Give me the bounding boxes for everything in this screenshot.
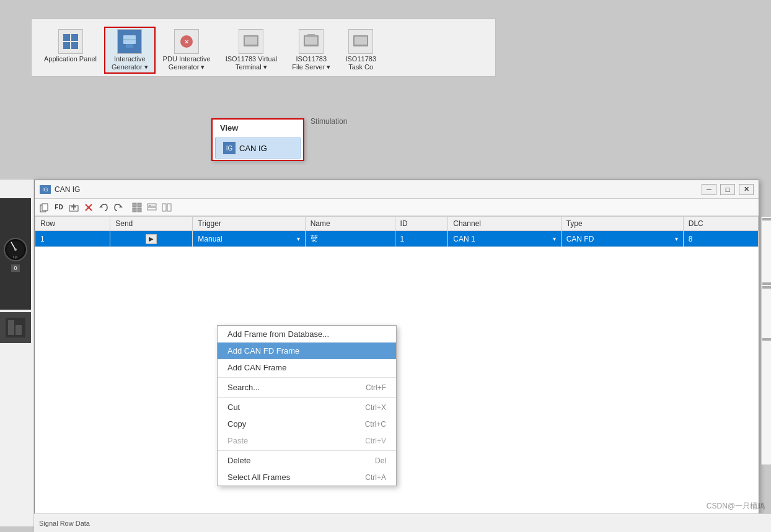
ig-dropdown-header: View: [213, 120, 303, 136]
ribbon-btn-app-panel[interactable]: Application Panel: [37, 27, 104, 66]
bottom-tabs: Signal Row Data: [34, 513, 771, 532]
stimulation-label: Stimulation: [311, 117, 347, 126]
context-menu: Add Frame from Database... Add CAN FD Fr…: [217, 325, 397, 486]
watermark: CSDN@一只桶鸡: [707, 501, 765, 512]
svg-text:r.p.: r.p.: [13, 255, 19, 259]
svg-marker-24: [119, 206, 123, 207]
cell-trigger[interactable]: Manual ▾: [193, 231, 305, 247]
table-container: Row Send Trigger Name ID Channel Type DL…: [35, 216, 759, 526]
svg-rect-10: [245, 37, 257, 45]
toolbar-view1-btn[interactable]: [130, 201, 144, 214]
cell-name: 㜸: [305, 231, 395, 247]
svg-rect-40: [15, 325, 22, 335]
col-dlc: DLC: [683, 217, 758, 231]
svg-marker-23: [99, 206, 103, 207]
window-close-btn[interactable]: ✕: [739, 184, 754, 195]
channel-dropdown-arrow: ▾: [553, 235, 556, 242]
ctx-cut[interactable]: Cut Ctrl+X: [218, 399, 396, 416]
ig-dropdown-can-ig[interactable]: IG CAN IG: [215, 137, 301, 159]
toolbar-add-btn[interactable]: [67, 201, 81, 214]
col-row: Row: [35, 217, 110, 231]
table-header-row: Row Send Trigger Name ID Channel Type DL…: [35, 217, 759, 231]
window-controls: ─ □ ✕: [702, 184, 754, 195]
ribbon-btn-iso11783-vt[interactable]: ISO11783 VirtualTerminal ▾: [218, 27, 285, 74]
interactive-gen-icon: [117, 29, 142, 54]
trigger-dropdown-arrow: ▾: [297, 235, 300, 242]
toolbar-undo-btn[interactable]: [97, 201, 110, 214]
window-restore-btn[interactable]: □: [720, 184, 735, 195]
pdu-ig-icon: ✕: [174, 29, 199, 54]
svg-point-36: [14, 248, 17, 251]
ctx-sep-2: [218, 397, 396, 398]
ctx-select-all[interactable]: Select All Frames Ctrl+A: [218, 469, 396, 486]
table-row[interactable]: 1 ▶ Manual ▾ 㜸 1: [35, 231, 759, 247]
col-trigger: Trigger: [193, 217, 305, 231]
svg-rect-25: [133, 203, 136, 207]
svg-rect-15: [355, 37, 367, 45]
ctx-add-frame-db[interactable]: Add Frame from Database...: [218, 326, 396, 342]
toolbar-redo-btn[interactable]: [112, 201, 125, 214]
cell-row-num: 1: [35, 231, 110, 247]
window-minimize-btn[interactable]: ─: [702, 184, 716, 195]
ribbon-btn-interactive-gen[interactable]: InteractiveGenerator ▾: [104, 27, 156, 74]
cell-type[interactable]: CAN FD ▾: [561, 231, 683, 247]
svg-rect-27: [133, 208, 136, 212]
svg-rect-13: [307, 34, 315, 37]
svg-rect-17: [42, 204, 48, 211]
toolbar-view2-btn[interactable]: [145, 201, 159, 214]
toolbar-fd10-btn[interactable]: FD: [52, 201, 66, 214]
can-ig-icon: IG: [223, 142, 236, 154]
ig-dropdown: View IG CAN IG: [211, 118, 304, 161]
cell-id: 1: [395, 231, 448, 247]
toolbar-view3-btn[interactable]: [160, 201, 174, 214]
svg-rect-39: [8, 320, 14, 335]
col-send: Send: [110, 217, 193, 231]
ctx-add-can-fd-frame[interactable]: Add CAN FD Frame: [218, 342, 396, 359]
ribbon-btn-iso11783-fs[interactable]: ISO11783File Server ▾: [284, 27, 338, 74]
svg-text:✕: ✕: [184, 38, 189, 45]
ctx-sep-1: [218, 377, 396, 378]
ctx-delete[interactable]: Delete Del: [218, 452, 396, 469]
ribbon-buttons: Application Panel InteractiveGenerator ▾…: [32, 24, 495, 76]
svg-rect-3: [71, 42, 78, 49]
ribbon-btn-iso11783-tc[interactable]: ISO11783Task Co: [338, 27, 384, 74]
cell-send[interactable]: ▶: [110, 231, 193, 247]
cell-channel[interactable]: CAN 1 ▾: [448, 231, 561, 247]
svg-rect-32: [162, 204, 166, 211]
right-scrollbar[interactable]: [761, 217, 771, 464]
svg-rect-33: [167, 204, 171, 211]
toolbar-copy-btn[interactable]: [37, 201, 51, 214]
svg-rect-26: [138, 203, 141, 207]
svg-rect-0: [63, 34, 70, 41]
window-toolbar: FD: [35, 199, 759, 216]
ctx-add-can-frame[interactable]: Add CAN Frame: [218, 359, 396, 376]
toolbar-delete-btn[interactable]: [82, 201, 95, 214]
window-title-text: CAN IG: [55, 185, 702, 194]
svg-rect-30: [148, 207, 156, 210]
send-play-button[interactable]: ▶: [146, 234, 157, 244]
svg-rect-1: [71, 34, 78, 41]
can-ig-window: IG CAN IG ─ □ ✕ FD: [34, 180, 759, 526]
ctx-sep-3: [218, 450, 396, 451]
can-ig-title-icon: IG: [40, 185, 51, 194]
col-name: Name: [305, 217, 395, 231]
window-titlebar: IG CAN IG ─ □ ✕: [35, 180, 759, 199]
svg-rect-31: [149, 205, 151, 206]
svg-rect-28: [138, 208, 141, 212]
ribbon: Application Panel InteractiveGenerator ▾…: [31, 19, 496, 77]
col-channel: Channel: [448, 217, 561, 231]
svg-rect-2: [63, 42, 70, 49]
cell-dlc: 8: [683, 231, 758, 247]
col-id: ID: [395, 217, 448, 231]
ctx-copy[interactable]: Copy Ctrl+C: [218, 416, 396, 432]
ctx-paste[interactable]: Paste Ctrl+V: [218, 432, 396, 449]
iso11783-fs-icon: [299, 29, 324, 54]
app-panel-icon: [58, 29, 83, 54]
svg-rect-12: [305, 37, 317, 45]
ribbon-btn-pdu-ig[interactable]: ✕ PDU InteractiveGenerator ▾: [156, 27, 218, 74]
left-sidebar: r.p. 0: [0, 180, 34, 526]
iso11783-vt-icon: [239, 29, 263, 54]
iso11783-tc-icon: [348, 29, 373, 54]
svg-rect-6: [126, 44, 133, 48]
ctx-search[interactable]: Search... Ctrl+F: [218, 379, 396, 396]
